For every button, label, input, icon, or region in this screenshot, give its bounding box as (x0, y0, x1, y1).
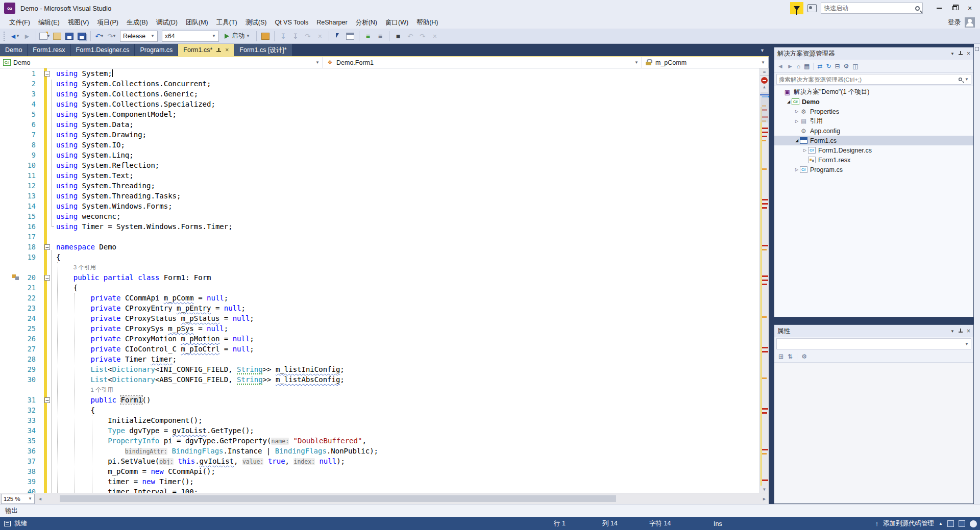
splitter-handle-icon[interactable]: ≡ (760, 68, 769, 75)
feedback-smiley-icon[interactable] (970, 520, 977, 527)
notifications-flag-icon[interactable] (790, 2, 803, 14)
menu-item-d[interactable]: 调试(D) (152, 16, 182, 29)
new-file-icon[interactable]: ▼ (39, 31, 51, 42)
indent-lines-icon[interactable]: ≡ (362, 31, 374, 42)
menu-item-t[interactable]: 工具(T) (212, 16, 241, 29)
properties-header[interactable]: 属性 ▼ × (774, 325, 973, 337)
se-switch-views-icon[interactable]: ▦ (804, 63, 810, 70)
menu-item-m[interactable]: 团队(M) (182, 16, 212, 29)
se-sync-icon[interactable]: ⇄ (817, 63, 822, 70)
codelens-references[interactable]: 3 个引用 (56, 262, 769, 272)
close-icon[interactable]: × (967, 327, 970, 335)
scroll-right-icon[interactable]: ► (760, 496, 769, 501)
code-line[interactable]: 19{ (0, 252, 769, 262)
menu-item-e[interactable]: 编辑(E) (34, 16, 64, 29)
profiler-icon[interactable] (260, 31, 271, 42)
navbar-project-dropdown[interactable]: C# Demo ▼ (0, 57, 323, 68)
scroll-down-icon[interactable]: ▼ (760, 487, 769, 492)
tab-Form1.resx[interactable]: Form1.resx (28, 44, 70, 56)
collapsed-arrow-icon[interactable]: ▷ (794, 119, 800, 123)
code-line[interactable]: 4using System.Collections.Specialized; (0, 99, 769, 109)
codelens-references[interactable]: 1 个引用 (56, 385, 769, 395)
code-line[interactable]: 16using Timer = System.Windows.Forms.Tim… (0, 221, 769, 232)
code-line[interactable]: 31– public Form1() (0, 395, 769, 405)
pin-icon[interactable] (959, 51, 963, 56)
se-home-icon[interactable]: ⌂ (797, 63, 800, 70)
tree-item-Program.cs[interactable]: ▷C#Program.cs (774, 165, 973, 174)
add-to-source-control-button[interactable]: 添加到源代码管理 (883, 519, 934, 528)
restore-button[interactable] (947, 2, 962, 14)
code-line[interactable]: 5using System.ComponentModel; (0, 109, 769, 119)
start-debug-button[interactable]: 启动▼ (222, 30, 253, 42)
code-line[interactable]: 32 { (0, 405, 769, 415)
menu-item-b[interactable]: 生成(B) (122, 16, 152, 29)
code-line[interactable]: 37 pi.SetValue(obj: this.gvIoList, value… (0, 456, 769, 466)
code-line[interactable]: 35 PropertyInfo pi = dgvType.GetProperty… (0, 436, 769, 446)
user-avatar-icon[interactable] (965, 17, 975, 28)
code-line[interactable]: 34 Type dgvType = gvIoList.GetType(); (0, 425, 769, 436)
toolbox-autohide-icon[interactable] (975, 47, 979, 51)
sort-lines-icon[interactable]: ≡ (375, 31, 386, 42)
close-icon[interactable]: × (967, 50, 970, 57)
tree-item-[interactable]: ▷▤引用 (774, 116, 973, 126)
categorized-view-icon[interactable]: ⊞ (778, 353, 783, 360)
platform-combo[interactable]: x64▼ (162, 31, 219, 42)
code-line[interactable]: 2using System.Collections.Concurrent; (0, 79, 769, 89)
collapsed-arrow-icon[interactable]: ▷ (794, 109, 800, 114)
loop-forward-icon[interactable]: ↷ (417, 31, 428, 42)
tree-item-App.config[interactable]: ⚙App.config (774, 126, 973, 136)
tree-item-Properties[interactable]: ▷⚙Properties (774, 107, 973, 116)
code-line[interactable]: 17 (0, 232, 769, 242)
clear-icon[interactable]: × (429, 31, 440, 42)
se-refresh-icon[interactable]: ↻ (826, 63, 831, 70)
fold-collapse-icon[interactable]: – (44, 244, 50, 250)
collapsed-arrow-icon[interactable]: ▷ (794, 167, 800, 172)
code-line[interactable]: 38 m_pComm = new CCommApi(); (0, 466, 769, 476)
properties-grid[interactable] (774, 363, 973, 503)
se-collapse-all-icon[interactable]: ⊟ (835, 63, 840, 70)
tree-item-Form1.cs[interactable]: ◢Form1.cs (774, 136, 973, 145)
run-to-icon[interactable]: ↷ (302, 31, 313, 42)
code-line[interactable]: 23 private CProxyEntry m_pEntry = null; (0, 303, 769, 313)
tab-Form1.cs[interactable]: Form1.cs [设计]* (234, 44, 291, 56)
undo-icon[interactable]: ↶▼ (94, 31, 105, 42)
code-line[interactable]: 33 InitializeComponent(); (0, 415, 769, 425)
menu-item-s[interactable]: 测试(S) (241, 16, 271, 29)
tab-overflow-icon[interactable]: ▼ (760, 48, 769, 56)
properties-object-dropdown[interactable]: ▼ (776, 338, 971, 349)
code-line[interactable]: 13using System.Threading.Tasks; (0, 191, 769, 201)
code-line[interactable]: 27 private CIoControl_C m_pIoCtrl = null… (0, 344, 769, 354)
scrollbar-marker-strip[interactable]: ≡ ▲ ▼ (760, 68, 769, 493)
quick-launch-search[interactable] (821, 3, 923, 14)
close-icon[interactable]: × (225, 46, 229, 54)
tab-Form1.Designer.cs[interactable]: Form1.Designer.cs (71, 44, 135, 56)
redo-icon[interactable]: ↷▼ (106, 31, 117, 42)
scroll-up-icon[interactable]: ▲ (760, 85, 769, 90)
code-line[interactable]: 36 bindingAttr: BindingFlags.Instance | … (0, 446, 769, 456)
fold-collapse-icon[interactable]: – (44, 397, 50, 403)
code-line[interactable]: 8using System.IO; (0, 140, 769, 150)
menu-item-n[interactable]: 分析(N) (352, 16, 381, 29)
code-line[interactable]: 22 private CCommApi m_pComm = null; (0, 293, 769, 303)
menu-item-h[interactable]: 帮助(H) (412, 16, 442, 29)
tree-item-Form1.resx[interactable]: Form1.resx (774, 155, 973, 165)
navigate-back-icon[interactable]: ◄▼ (9, 31, 20, 42)
step-over-icon[interactable]: ↧ (290, 31, 301, 42)
selection-pointer-icon[interactable] (332, 31, 344, 42)
hscroll-track[interactable] (44, 493, 760, 504)
window-position-icon[interactable]: ▼ (950, 329, 954, 334)
code-line[interactable]: 24 private CProxyStatus m_pStatus = null… (0, 313, 769, 323)
tree-item-Form1.Designer.cs[interactable]: ▷C#Form1.Designer.cs (774, 145, 973, 155)
se-preview-icon[interactable]: ◫ (852, 63, 858, 70)
collapsed-arrow-icon[interactable]: ▷ (802, 148, 808, 153)
code-line[interactable]: 6using System.Data; (0, 119, 769, 130)
expanded-arrow-icon[interactable]: ◢ (786, 99, 792, 104)
loop-back-icon[interactable]: ↶ (405, 31, 416, 42)
se-forward-icon[interactable]: ► (787, 63, 793, 70)
code-line[interactable]: 1–using System; (0, 68, 769, 79)
code-line[interactable]: 12using System.Threading; (0, 181, 769, 191)
se-back-icon[interactable]: ◄ (777, 63, 783, 70)
code-line[interactable]: 15using weconcnc; (0, 211, 769, 221)
se-properties-icon[interactable]: ⚙ (844, 63, 849, 70)
output-panel-bar[interactable]: 输出 (0, 504, 980, 517)
